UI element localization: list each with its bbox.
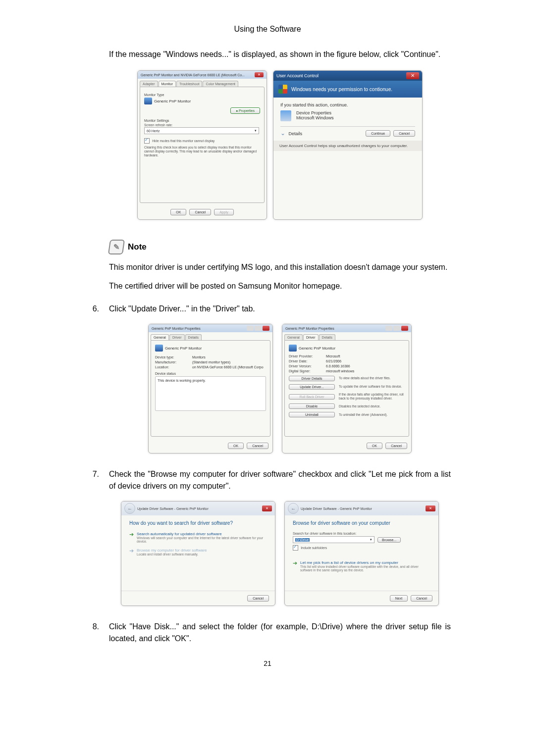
monitor-type-label: Monitor Type [144, 93, 260, 97]
note-heading: ✎ Note [109, 240, 451, 254]
properties-button[interactable]: ● Properties [230, 107, 260, 114]
location-label: Location: [155, 365, 192, 369]
uninstall-button[interactable]: Uninstall [289, 412, 335, 417]
cancel-button[interactable]: Cancel [385, 443, 407, 449]
back-button[interactable]: ← [288, 503, 299, 514]
uac-banner-text: Windows needs your permission to contion… [291, 87, 392, 92]
step-7: 7. Check the "Browse my computer for dri… [84, 468, 451, 492]
next-button[interactable]: Next [390, 595, 408, 602]
page-number: 21 [84, 659, 451, 667]
update-driver-button[interactable]: Update Driver... [289, 384, 335, 390]
uac-titlebar: User Account Control ✕ [273, 71, 422, 81]
update-driver-search-dialog: ← Update Driver Software - Generic PnP M… [121, 501, 275, 606]
include-subfolders-label: Include subfolders [301, 546, 327, 550]
manufacturer-value: (Standard monitor types) [192, 360, 230, 364]
update-driver-browse-dialog: ← Update Driver Software - Generic PnP M… [284, 501, 439, 606]
chevron-down-icon: ▾ [370, 538, 372, 542]
browse-button[interactable]: Browse... [377, 537, 401, 543]
figure-row-2: Generic PnP Monitor Properties General D… [109, 324, 451, 454]
minimize-icon[interactable] [385, 326, 392, 331]
tab-details[interactable]: Details [185, 334, 202, 340]
figure-row-1: Generic PnP Monitor and NVIDIA GeForce 6… [109, 70, 451, 220]
continue-button[interactable]: Continue [366, 130, 390, 137]
step-8: 8. Click "Have Disk..." and select the f… [84, 621, 451, 645]
apply-button[interactable]: Apply [214, 209, 234, 215]
close-icon[interactable]: ✕ [255, 72, 264, 77]
arrow-icon: ➔ [129, 548, 134, 556]
include-subfolders-checkbox[interactable] [293, 545, 298, 551]
driver-version-value: 6.0.6000.16386 [326, 364, 350, 368]
step-text: Check the "Browse my computer for driver… [109, 468, 451, 492]
rollback-driver-button[interactable]: Roll Back Driver [289, 394, 335, 400]
tab-driver[interactable]: Driver [169, 334, 185, 340]
intro-paragraph: If the message "Windows needs..." is dis… [109, 49, 451, 60]
cancel-button[interactable]: Cancel [393, 130, 415, 137]
note-paragraph-1: This monitor driver is under certifying … [109, 261, 451, 273]
device-name: Generic PnP Monitor [165, 346, 202, 351]
option-search-automatically[interactable]: ➔ Search automatically for updated drive… [129, 532, 267, 543]
device-type-label: Device type: [155, 355, 192, 359]
close-icon[interactable] [401, 326, 408, 331]
manufacturer-label: Manufacturer: [155, 360, 192, 364]
disable-button[interactable]: Disable [289, 403, 335, 409]
tab-monitor[interactable]: Monitor [159, 81, 176, 87]
divider [280, 126, 415, 127]
tab-general[interactable]: General [284, 334, 303, 340]
driver-provider-value: Microsoft [326, 354, 340, 358]
close-icon[interactable] [263, 326, 269, 331]
tab-adapter[interactable]: Adapter [140, 81, 158, 87]
minimize-icon[interactable] [247, 326, 254, 331]
tab-driver[interactable]: Driver [303, 334, 319, 340]
cancel-button[interactable]: Cancel [411, 595, 432, 602]
ok-button[interactable]: OK [170, 209, 186, 215]
tab-troubleshoot[interactable]: Troubleshoot [176, 81, 203, 87]
option-browse-my-computer[interactable]: ➔ Browse my computer for driver software… [129, 548, 267, 556]
maximize-icon[interactable] [393, 326, 400, 331]
back-button[interactable]: ← [124, 503, 135, 514]
digital-signer-label: Digital Signer: [289, 369, 326, 373]
arrow-icon: ➔ [293, 560, 297, 572]
cancel-button[interactable]: Cancel [247, 595, 269, 602]
ok-button[interactable]: OK [367, 443, 382, 449]
step-number: 8. [84, 621, 99, 645]
chevron-down-icon: ▾ [255, 129, 257, 133]
driver-date-label: Driver Date: [289, 359, 326, 363]
maximize-icon[interactable] [255, 326, 262, 331]
dialog-title: Generic PnP Monitor and NVIDIA GeForce 6… [141, 73, 245, 77]
close-icon[interactable]: ✕ [406, 72, 419, 79]
close-icon[interactable]: ✕ [262, 505, 272, 511]
cancel-button[interactable]: Cancel [247, 443, 268, 449]
wizard-breadcrumb: Update Driver Software - Generic PnP Mon… [137, 507, 260, 510]
tab-color-management[interactable]: Color Management [203, 81, 238, 87]
driver-details-button[interactable]: Driver Details [289, 376, 335, 381]
monitor-icon [155, 345, 163, 352]
refresh-rate-combobox[interactable]: 60 Hertz ▾ [144, 127, 259, 134]
driver-provider-label: Driver Provider: [289, 354, 326, 358]
close-icon[interactable]: ✕ [426, 505, 435, 511]
tab-general[interactable]: General [151, 334, 169, 340]
tab-details[interactable]: Details [319, 334, 335, 340]
monitor-settings-label: Monitor Settings [144, 119, 260, 122]
cancel-button[interactable]: Cancel [189, 209, 211, 215]
shield-icon [278, 85, 287, 94]
uac-footer-text: User Account Control helps stop unauthor… [273, 141, 422, 151]
option-subtitle: This list will show installed driver sof… [300, 565, 430, 572]
hide-modes-checkbox[interactable] [144, 138, 150, 144]
digital-signer-value: microsoft windows [326, 369, 354, 373]
refresh-rate-label: Screen refresh rate: [144, 123, 260, 127]
device-status-label: Device status [155, 372, 266, 375]
page-header: Using the Software [84, 25, 451, 34]
uac-dialog: User Account Control ✕ Windows needs you… [273, 70, 423, 220]
device-status-box: This device is working properly. [155, 376, 266, 411]
note-label: Note [128, 242, 147, 252]
uac-details-toggle[interactable]: ⌄ Details [280, 130, 302, 137]
step-text: Click "Have Disk..." and select the fold… [109, 621, 451, 645]
ok-button[interactable]: OK [228, 443, 244, 449]
wizard-breadcrumb: Update Driver Software - Generic PnP Mon… [301, 507, 424, 510]
option-title: Let me pick from a list of device driver… [300, 560, 430, 565]
option-title: Browse my computer for driver software [137, 548, 207, 553]
step-text: Click "Update Driver..." in the "Driver"… [109, 303, 451, 315]
driver-details-desc: To view details about the driver files. [339, 376, 405, 380]
path-combobox[interactable]: D:\Drive ▾ [293, 536, 374, 543]
option-let-me-pick[interactable]: ➔ Let me pick from a list of device driv… [293, 560, 430, 572]
